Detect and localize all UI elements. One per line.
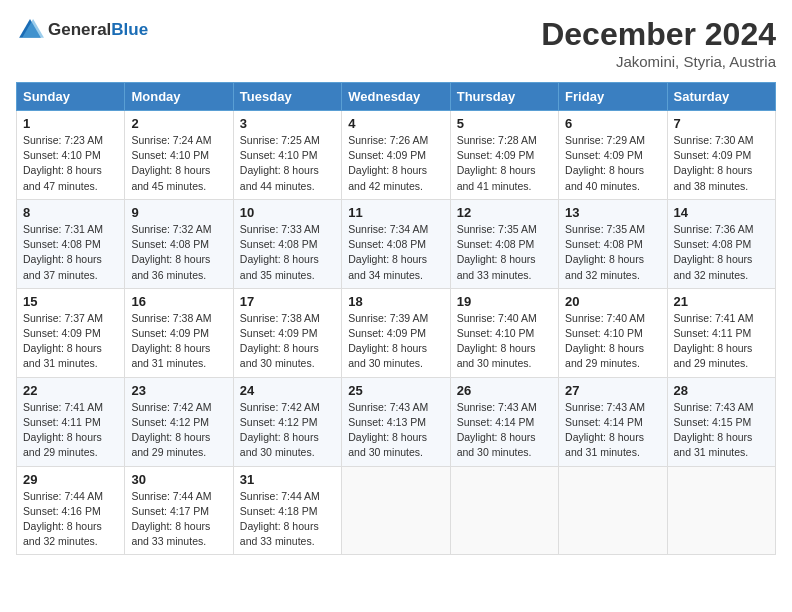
day-number: 28 <box>674 383 769 398</box>
day-info: Sunrise: 7:36 AM Sunset: 4:08 PM Dayligh… <box>674 222 769 283</box>
calendar-table: SundayMondayTuesdayWednesdayThursdayFrid… <box>16 82 776 555</box>
day-info: Sunrise: 7:43 AM Sunset: 4:13 PM Dayligh… <box>348 400 443 461</box>
day-info: Sunrise: 7:44 AM Sunset: 4:18 PM Dayligh… <box>240 489 335 550</box>
day-info: Sunrise: 7:39 AM Sunset: 4:09 PM Dayligh… <box>348 311 443 372</box>
day-number: 27 <box>565 383 660 398</box>
calendar-cell: 14 Sunrise: 7:36 AM Sunset: 4:08 PM Dayl… <box>667 199 775 288</box>
day-info: Sunrise: 7:40 AM Sunset: 4:10 PM Dayligh… <box>457 311 552 372</box>
day-number: 20 <box>565 294 660 309</box>
day-number: 24 <box>240 383 335 398</box>
day-number: 14 <box>674 205 769 220</box>
calendar-cell: 5 Sunrise: 7:28 AM Sunset: 4:09 PM Dayli… <box>450 111 558 200</box>
day-info: Sunrise: 7:34 AM Sunset: 4:08 PM Dayligh… <box>348 222 443 283</box>
logo-general: General <box>48 20 111 39</box>
calendar-cell: 12 Sunrise: 7:35 AM Sunset: 4:08 PM Dayl… <box>450 199 558 288</box>
day-info: Sunrise: 7:42 AM Sunset: 4:12 PM Dayligh… <box>131 400 226 461</box>
logo-icon <box>16 16 44 44</box>
day-number: 3 <box>240 116 335 131</box>
calendar-cell <box>342 466 450 555</box>
day-number: 8 <box>23 205 118 220</box>
col-header-sunday: Sunday <box>17 83 125 111</box>
day-number: 25 <box>348 383 443 398</box>
calendar-cell: 26 Sunrise: 7:43 AM Sunset: 4:14 PM Dayl… <box>450 377 558 466</box>
day-info: Sunrise: 7:31 AM Sunset: 4:08 PM Dayligh… <box>23 222 118 283</box>
calendar-cell: 1 Sunrise: 7:23 AM Sunset: 4:10 PM Dayli… <box>17 111 125 200</box>
page-header: GeneralBlue December 2024 Jakomini, Styr… <box>16 16 776 70</box>
col-header-friday: Friday <box>559 83 667 111</box>
calendar-cell <box>450 466 558 555</box>
day-info: Sunrise: 7:41 AM Sunset: 4:11 PM Dayligh… <box>23 400 118 461</box>
day-number: 5 <box>457 116 552 131</box>
calendar-cell: 30 Sunrise: 7:44 AM Sunset: 4:17 PM Dayl… <box>125 466 233 555</box>
calendar-cell: 13 Sunrise: 7:35 AM Sunset: 4:08 PM Dayl… <box>559 199 667 288</box>
day-info: Sunrise: 7:42 AM Sunset: 4:12 PM Dayligh… <box>240 400 335 461</box>
calendar-cell: 21 Sunrise: 7:41 AM Sunset: 4:11 PM Dayl… <box>667 288 775 377</box>
day-info: Sunrise: 7:32 AM Sunset: 4:08 PM Dayligh… <box>131 222 226 283</box>
calendar-cell: 17 Sunrise: 7:38 AM Sunset: 4:09 PM Dayl… <box>233 288 341 377</box>
day-number: 31 <box>240 472 335 487</box>
day-info: Sunrise: 7:41 AM Sunset: 4:11 PM Dayligh… <box>674 311 769 372</box>
day-info: Sunrise: 7:28 AM Sunset: 4:09 PM Dayligh… <box>457 133 552 194</box>
day-number: 7 <box>674 116 769 131</box>
calendar-cell: 29 Sunrise: 7:44 AM Sunset: 4:16 PM Dayl… <box>17 466 125 555</box>
day-number: 9 <box>131 205 226 220</box>
day-info: Sunrise: 7:44 AM Sunset: 4:17 PM Dayligh… <box>131 489 226 550</box>
col-header-tuesday: Tuesday <box>233 83 341 111</box>
day-number: 13 <box>565 205 660 220</box>
day-info: Sunrise: 7:29 AM Sunset: 4:09 PM Dayligh… <box>565 133 660 194</box>
col-header-monday: Monday <box>125 83 233 111</box>
calendar-cell: 19 Sunrise: 7:40 AM Sunset: 4:10 PM Dayl… <box>450 288 558 377</box>
day-info: Sunrise: 7:35 AM Sunset: 4:08 PM Dayligh… <box>457 222 552 283</box>
calendar-header-row: SundayMondayTuesdayWednesdayThursdayFrid… <box>17 83 776 111</box>
day-number: 21 <box>674 294 769 309</box>
day-number: 6 <box>565 116 660 131</box>
calendar-cell: 11 Sunrise: 7:34 AM Sunset: 4:08 PM Dayl… <box>342 199 450 288</box>
calendar-cell: 7 Sunrise: 7:30 AM Sunset: 4:09 PM Dayli… <box>667 111 775 200</box>
day-number: 1 <box>23 116 118 131</box>
day-info: Sunrise: 7:30 AM Sunset: 4:09 PM Dayligh… <box>674 133 769 194</box>
calendar-cell: 15 Sunrise: 7:37 AM Sunset: 4:09 PM Dayl… <box>17 288 125 377</box>
calendar-cell: 31 Sunrise: 7:44 AM Sunset: 4:18 PM Dayl… <box>233 466 341 555</box>
day-number: 12 <box>457 205 552 220</box>
day-number: 19 <box>457 294 552 309</box>
col-header-thursday: Thursday <box>450 83 558 111</box>
logo: GeneralBlue <box>16 16 148 44</box>
day-info: Sunrise: 7:44 AM Sunset: 4:16 PM Dayligh… <box>23 489 118 550</box>
day-info: Sunrise: 7:24 AM Sunset: 4:10 PM Dayligh… <box>131 133 226 194</box>
day-info: Sunrise: 7:25 AM Sunset: 4:10 PM Dayligh… <box>240 133 335 194</box>
logo-blue: Blue <box>111 20 148 39</box>
calendar-cell: 10 Sunrise: 7:33 AM Sunset: 4:08 PM Dayl… <box>233 199 341 288</box>
day-number: 15 <box>23 294 118 309</box>
day-info: Sunrise: 7:40 AM Sunset: 4:10 PM Dayligh… <box>565 311 660 372</box>
calendar-cell: 6 Sunrise: 7:29 AM Sunset: 4:09 PM Dayli… <box>559 111 667 200</box>
week-row-5: 29 Sunrise: 7:44 AM Sunset: 4:16 PM Dayl… <box>17 466 776 555</box>
day-number: 11 <box>348 205 443 220</box>
calendar-cell: 25 Sunrise: 7:43 AM Sunset: 4:13 PM Dayl… <box>342 377 450 466</box>
day-info: Sunrise: 7:35 AM Sunset: 4:08 PM Dayligh… <box>565 222 660 283</box>
day-info: Sunrise: 7:43 AM Sunset: 4:14 PM Dayligh… <box>457 400 552 461</box>
week-row-1: 1 Sunrise: 7:23 AM Sunset: 4:10 PM Dayli… <box>17 111 776 200</box>
col-header-saturday: Saturday <box>667 83 775 111</box>
day-info: Sunrise: 7:37 AM Sunset: 4:09 PM Dayligh… <box>23 311 118 372</box>
calendar-cell: 9 Sunrise: 7:32 AM Sunset: 4:08 PM Dayli… <box>125 199 233 288</box>
title-block: December 2024 Jakomini, Styria, Austria <box>541 16 776 70</box>
day-number: 2 <box>131 116 226 131</box>
day-number: 29 <box>23 472 118 487</box>
col-header-wednesday: Wednesday <box>342 83 450 111</box>
day-info: Sunrise: 7:43 AM Sunset: 4:14 PM Dayligh… <box>565 400 660 461</box>
day-number: 23 <box>131 383 226 398</box>
week-row-4: 22 Sunrise: 7:41 AM Sunset: 4:11 PM Dayl… <box>17 377 776 466</box>
month-title: December 2024 <box>541 16 776 53</box>
day-number: 26 <box>457 383 552 398</box>
day-info: Sunrise: 7:38 AM Sunset: 4:09 PM Dayligh… <box>131 311 226 372</box>
calendar-cell: 24 Sunrise: 7:42 AM Sunset: 4:12 PM Dayl… <box>233 377 341 466</box>
day-info: Sunrise: 7:23 AM Sunset: 4:10 PM Dayligh… <box>23 133 118 194</box>
day-number: 18 <box>348 294 443 309</box>
calendar-cell <box>559 466 667 555</box>
day-number: 17 <box>240 294 335 309</box>
day-info: Sunrise: 7:26 AM Sunset: 4:09 PM Dayligh… <box>348 133 443 194</box>
day-info: Sunrise: 7:38 AM Sunset: 4:09 PM Dayligh… <box>240 311 335 372</box>
calendar-cell: 23 Sunrise: 7:42 AM Sunset: 4:12 PM Dayl… <box>125 377 233 466</box>
calendar-cell: 4 Sunrise: 7:26 AM Sunset: 4:09 PM Dayli… <box>342 111 450 200</box>
calendar-cell: 16 Sunrise: 7:38 AM Sunset: 4:09 PM Dayl… <box>125 288 233 377</box>
